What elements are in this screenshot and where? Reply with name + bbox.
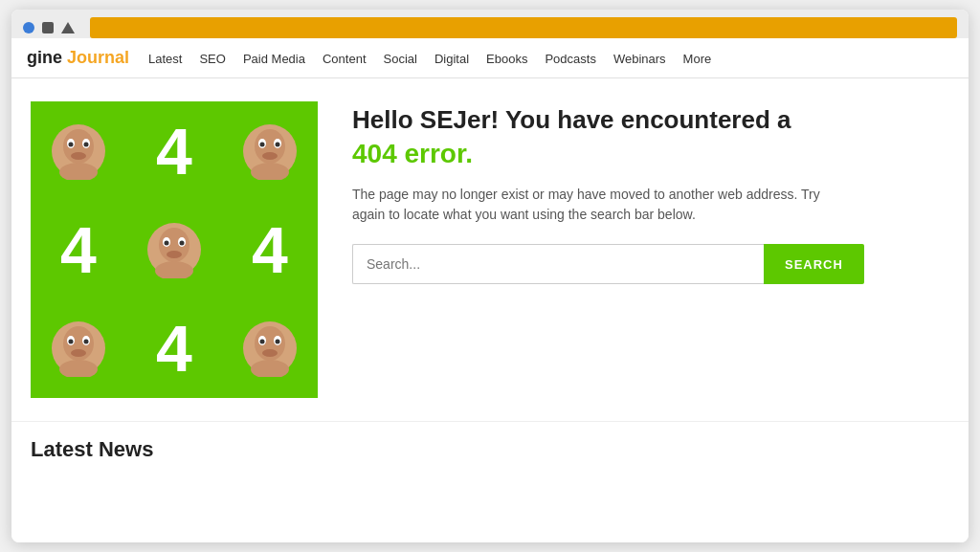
svg-point-29	[84, 340, 89, 344]
nav-item-social[interactable]: Social	[384, 50, 417, 67]
site-logo[interactable]: gine Journal	[27, 48, 129, 68]
four-digit-4: 4	[156, 311, 192, 386]
svg-point-4	[69, 142, 74, 146]
error-404-image: 4 4	[31, 101, 318, 398]
latest-news-heading: Latest News	[31, 437, 949, 462]
grid-cell-4-3: 4	[222, 200, 318, 298]
svg-point-21	[180, 240, 185, 245]
nav-item-content[interactable]: Content	[323, 50, 367, 67]
face-svg-4	[50, 320, 107, 377]
face-svg-1	[50, 122, 107, 180]
search-button[interactable]: SEARCH	[764, 244, 864, 284]
site-nav: gine Journal Latest SEO Paid Media Conte…	[11, 38, 969, 78]
svg-point-5	[84, 142, 89, 146]
grid-cell-4-4: 4	[126, 299, 222, 398]
nav-item-latest[interactable]: Latest	[148, 50, 182, 67]
address-bar[interactable]	[90, 17, 957, 38]
four-digit-3: 4	[252, 212, 288, 287]
nav-item-seo[interactable]: SEO	[199, 50, 225, 67]
svg-point-37	[276, 340, 280, 344]
face-svg-3	[145, 221, 203, 278]
dot-triangle-icon	[61, 22, 75, 33]
four-digit-1: 4	[156, 114, 192, 188]
nav-items: Latest SEO Paid Media Content Social Dig…	[148, 50, 711, 67]
svg-point-14	[262, 152, 278, 160]
error-heading: Hello SEJer! You have encountered a	[352, 105, 949, 135]
svg-point-28	[69, 340, 74, 344]
four-digit-2: 4	[60, 212, 97, 287]
svg-point-6	[71, 152, 86, 160]
error-text-block: Hello SEJer! You have encountered a 404 …	[352, 101, 949, 284]
nav-item-ebooks[interactable]: Ebooks	[486, 50, 527, 67]
browser-controls	[23, 17, 957, 38]
svg-point-12	[260, 142, 265, 146]
nav-item-paid-media[interactable]: Paid Media	[243, 50, 305, 67]
svg-point-22	[167, 251, 182, 258]
dot-square-icon	[42, 22, 54, 33]
browser-content: gine Journal Latest SEO Paid Media Conte…	[11, 38, 969, 542]
nav-item-webinars[interactable]: Webinars	[613, 50, 666, 67]
grid-cell-face-3	[126, 200, 222, 298]
svg-point-13	[276, 142, 280, 146]
svg-point-38	[262, 349, 278, 357]
nav-item-digital[interactable]: Digital	[434, 50, 469, 67]
grid-cell-face-5	[222, 299, 318, 398]
nav-item-more[interactable]: More	[683, 50, 712, 67]
face-svg-2	[241, 122, 299, 180]
grid-cell-face-1	[31, 101, 126, 200]
svg-point-20	[165, 240, 169, 245]
error-code: 404 error.	[352, 139, 949, 169]
nav-item-podcasts[interactable]: Podcasts	[545, 50, 595, 67]
logo-engine-text: gine	[27, 48, 67, 67]
error-description: The page may no longer exist or may have…	[352, 185, 850, 225]
search-row: SEARCH	[352, 244, 949, 284]
svg-point-36	[260, 340, 265, 344]
grid-cell-4-2: 4	[31, 200, 126, 298]
browser-chrome	[11, 10, 969, 38]
grid-cell-face-4	[31, 299, 126, 398]
logo-journal-text: Journal	[67, 48, 129, 67]
latest-news-section: Latest News	[11, 421, 969, 470]
browser-window: gine Journal Latest SEO Paid Media Conte…	[11, 10, 969, 542]
svg-point-30	[71, 349, 86, 357]
search-input[interactable]	[352, 244, 764, 284]
grid-cell-face-2	[222, 101, 318, 200]
grid-cell-4-1: 4	[126, 101, 222, 200]
main-content: 4 4	[11, 78, 969, 421]
dot-blue-icon	[23, 22, 34, 33]
face-svg-5	[241, 320, 299, 377]
